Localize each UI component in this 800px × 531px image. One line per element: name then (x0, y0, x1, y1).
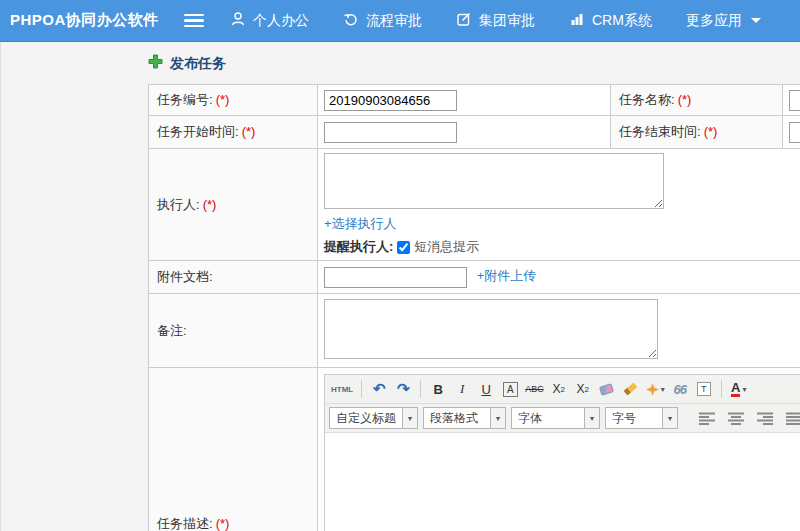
task-number-input[interactable] (324, 90, 457, 111)
task-number-label-cell: 任务编号:(*) (149, 85, 318, 116)
start-time-value-cell (318, 116, 611, 149)
nav-process-approval[interactable]: 流程审批 (343, 11, 422, 30)
sup-x: X (553, 382, 561, 396)
caret-down-icon: ▾ (584, 408, 599, 428)
select-label: 字号 (606, 408, 662, 428)
redo-button[interactable]: ↷ (392, 378, 414, 400)
executor-textarea[interactable] (324, 153, 664, 209)
align-justify-icon (786, 412, 800, 425)
remove-format-button[interactable] (596, 378, 618, 400)
subscript-button[interactable]: X2 (572, 378, 594, 400)
font-size-select[interactable]: 字号 ▾ (605, 407, 678, 429)
remark-value-cell (318, 294, 800, 368)
field-label: 任务结束时间: (619, 124, 701, 139)
required-mark: (*) (704, 124, 718, 139)
strikethrough-button[interactable]: ABC (523, 378, 546, 400)
nav-crm-system[interactable]: CRM系统 (569, 11, 652, 30)
field-label: 备注: (157, 323, 187, 338)
field-label: 执行人: (157, 197, 200, 212)
nav-more-apps[interactable]: 更多应用 (686, 11, 761, 30)
alignment-group (697, 407, 800, 429)
format-brush-button[interactable] (620, 378, 642, 400)
sms-remind-checkbox[interactable] (397, 241, 410, 254)
auto-typeset-button[interactable]: ▾ (644, 378, 667, 400)
superscript-button[interactable]: X2 (548, 378, 570, 400)
rich-text-editor: HTML ↶ ↷ B I U A ABC X2 X2 (324, 374, 800, 531)
nav-label: CRM系统 (592, 12, 652, 30)
font-family-select[interactable]: 字体 ▾ (511, 407, 600, 429)
end-time-value-cell (783, 116, 800, 149)
required-mark: (*) (678, 92, 692, 107)
bold-button[interactable]: B (427, 378, 449, 400)
plus-icon (148, 54, 163, 73)
caret-down-icon: ▾ (662, 408, 677, 428)
caret-down-icon: ▾ (742, 385, 746, 394)
attachment-value-cell: +附件上传 (318, 261, 800, 294)
align-justify-button[interactable] (784, 407, 800, 429)
field-label: 任务描述: (157, 516, 213, 531)
sub-x: X (577, 382, 585, 396)
align-right-button[interactable] (755, 407, 775, 429)
sup-2: 2 (561, 385, 565, 394)
select-label: 字体 (512, 408, 584, 428)
align-right-icon (757, 412, 773, 425)
choose-executor-link[interactable]: +选择执行人 (324, 216, 397, 231)
brush-icon (624, 383, 638, 396)
required-mark: (*) (203, 197, 217, 212)
caret-down-icon: ▾ (490, 408, 505, 428)
remark-label-cell: 备注: (149, 294, 318, 368)
nav-label: 流程审批 (366, 12, 422, 30)
page-title-row: 发布任务 (148, 54, 800, 73)
attachment-upload-link[interactable]: +附件上传 (477, 268, 537, 283)
menu-toggle-icon[interactable] (184, 14, 204, 28)
editor-toolbar-row-2: 自定义标题 ▾ 段落格式 ▾ 字体 ▾ (325, 404, 800, 433)
editor-toolbar-row-1: HTML ↶ ↷ B I U A ABC X2 X2 (325, 375, 800, 404)
color-a-glyph: A (731, 381, 740, 397)
sub-2: 2 (585, 385, 589, 394)
paragraph-format-select[interactable]: 段落格式 ▾ (423, 407, 506, 429)
publish-task-form: 任务编号:(*) 任务名称:(*) 任务开始时间:(*) (148, 84, 800, 531)
align-center-button[interactable] (726, 407, 746, 429)
nav-group-approval[interactable]: 集团审批 (456, 11, 535, 30)
caret-down-icon (751, 18, 761, 23)
nav-label: 个人办公 (253, 12, 309, 30)
undo-button[interactable]: ↶ (368, 378, 390, 400)
align-left-icon (699, 412, 715, 425)
nav-label: 集团审批 (479, 12, 535, 30)
main-content: 发布任务 任务编号:(*) 任务名称:(*) 任务开始时 (1, 42, 800, 531)
align-left-button[interactable] (697, 407, 717, 429)
blockquote-button[interactable]: 66 (669, 378, 691, 400)
required-mark: (*) (216, 92, 230, 107)
caret-down-icon: ▾ (661, 385, 665, 394)
executor-label-cell: 执行人:(*) (149, 149, 318, 261)
source-code-button[interactable]: HTML (329, 378, 355, 400)
remind-executor-label: 提醒执行人: (324, 238, 393, 256)
paste-from-word-button[interactable]: T (693, 378, 715, 400)
editor-content-area[interactable] (325, 433, 800, 531)
task-name-input[interactable] (789, 90, 800, 111)
font-color-button[interactable]: A▾ (728, 378, 750, 400)
field-label: 任务开始时间: (157, 124, 239, 139)
remark-textarea[interactable] (324, 299, 658, 359)
select-label: 自定义标题 (330, 408, 402, 428)
toolbar-separator (361, 380, 362, 398)
end-time-input[interactable] (789, 122, 800, 143)
top-nav: 个人办公 流程审批 集团审批 CRM系统 更多应用 (230, 11, 761, 30)
toolbar-separator (420, 380, 421, 398)
field-label: 任务编号: (157, 92, 213, 107)
italic-button[interactable]: I (451, 378, 473, 400)
description-label-cell: 任务描述:(*) (149, 368, 318, 531)
sms-remind-label: 短消息提示 (414, 238, 479, 256)
task-name-value-cell (783, 85, 800, 116)
start-time-label-cell: 任务开始时间:(*) (149, 116, 318, 149)
font-style-button[interactable]: A (499, 378, 521, 400)
custom-title-select[interactable]: 自定义标题 ▾ (329, 407, 418, 429)
nav-personal-office[interactable]: 个人办公 (230, 11, 309, 30)
required-mark: (*) (242, 124, 256, 139)
start-time-input[interactable] (324, 122, 457, 143)
font-box-glyph: A (503, 382, 518, 397)
underline-button[interactable]: U (475, 378, 497, 400)
field-label: 附件文档: (157, 269, 213, 284)
attachment-input[interactable] (324, 267, 467, 288)
eraser-icon (599, 383, 614, 396)
